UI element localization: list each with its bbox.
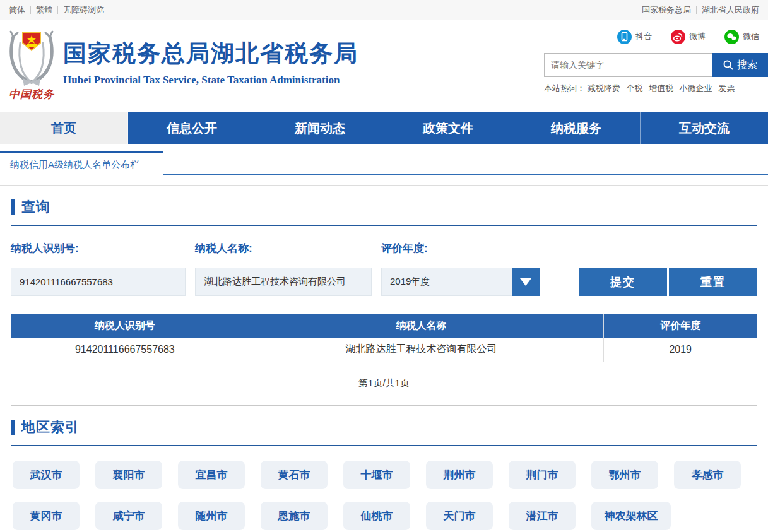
city-button-wuhan[interactable]: 武汉市 (13, 461, 80, 489)
city-button-shennongjia[interactable]: 神农架林区 (591, 502, 671, 530)
select-dropdown-button[interactable] (512, 268, 540, 296)
link-traditional-chinese[interactable]: 繁體 (31, 4, 57, 16)
hot-word-link[interactable]: 增值税 (649, 83, 673, 93)
evaluation-year-selected-value: 2019年度 (381, 268, 512, 296)
query-actions: 提交 重置 (579, 268, 757, 296)
page-subtitle-english: Hubei Provincial Tax Service, State Taxa… (63, 74, 358, 86)
link-state-taxation-administration[interactable]: 国家税务总局 (637, 4, 696, 16)
cell-taxpayer-name: 湖北路达胜工程技术咨询有限公司 (239, 338, 604, 362)
city-button-ezhou[interactable]: 鄂州市 (591, 461, 658, 489)
evaluation-year-select[interactable]: 2019年度 (381, 268, 540, 296)
tab-label: 纳税信用A级纳税人名单公布栏 (10, 159, 139, 171)
taxpayer-id-field-group: 纳税人识别号: (11, 241, 186, 296)
city-button-qianjiang[interactable]: 潜江市 (509, 502, 576, 530)
city-button-yichang[interactable]: 宜昌市 (178, 461, 245, 489)
hot-word-link[interactable]: 发票 (718, 83, 735, 93)
search-button[interactable]: 搜索 (712, 53, 768, 77)
evaluation-year-label: 评价年度: (381, 241, 540, 256)
douyin-link[interactable]: 抖音 (617, 30, 652, 44)
gov-links: 国家税务总局 湖北省人民政府 (637, 4, 764, 16)
region-index-section-header: 地区索引 (11, 418, 757, 446)
douyin-icon (617, 30, 632, 44)
query-form: 纳税人识别号: 纳税人名称: 评价年度: 2019年度 提交 重置 (11, 241, 757, 296)
nav-item-policy-documents[interactable]: 政策文件 (384, 112, 512, 144)
section-accent-bar (11, 199, 15, 215)
top-utility-bar: 简体 繁體 无障碍浏览 国家税务总局 湖北省人民政府 (0, 0, 768, 20)
results-table: 纳税人识别号 纳税人名称 评价年度 914201116667557683 湖北路… (11, 314, 757, 362)
site-title-block: 国家税务总局湖北省税务局 Hubei Provincial Tax Servic… (63, 38, 358, 86)
taxpayer-name-label: 纳税人名称: (195, 241, 372, 256)
taxpayer-id-label: 纳税人识别号: (11, 241, 186, 256)
region-index-section-title: 地区索引 (21, 418, 80, 437)
taxpayer-name-input[interactable] (195, 268, 372, 296)
evaluation-year-field-group: 评价年度: 2019年度 (381, 241, 540, 296)
city-button-xiaogan[interactable]: 孝感市 (674, 461, 741, 489)
query-section-header: 查询 (11, 198, 757, 226)
link-simplified-chinese[interactable]: 简体 (4, 4, 30, 16)
search-input[interactable] (544, 53, 712, 77)
city-button-jingmen[interactable]: 荆门市 (509, 461, 576, 489)
chevron-down-icon (520, 278, 531, 286)
search-icon (723, 60, 733, 70)
table-row: 914201116667557683 湖北路达胜工程技术咨询有限公司 2019 (11, 338, 757, 362)
city-button-enshi[interactable]: 恩施市 (261, 502, 328, 530)
social-links-row: 抖音 微博 微信 (544, 28, 768, 45)
hot-word-link[interactable]: 个税 (626, 83, 642, 93)
city-button-xianning[interactable]: 咸宁市 (95, 502, 162, 530)
hot-words-row: 本站热词： 减税降费 个税 增值税 小微企业 发票 (544, 83, 768, 94)
wechat-link[interactable]: 微信 (724, 30, 759, 44)
site-search: 搜索 (544, 53, 768, 77)
tab-credit-a-taxpayer-list[interactable]: 纳税信用A级纳税人名单公布栏 (0, 151, 163, 177)
main-navigation: 首页 信息公开 新闻动态 政策文件 纳税服务 互动交流 (0, 112, 768, 144)
cell-taxpayer-id: 914201116667557683 (11, 338, 239, 362)
city-button-xiangyang[interactable]: 襄阳市 (95, 461, 162, 489)
table-header-row: 纳税人识别号 纳税人名称 评价年度 (11, 314, 757, 338)
weibo-label: 微博 (689, 31, 706, 42)
query-section-title: 查询 (21, 198, 50, 216)
page-title: 国家税务总局湖北省税务局 (63, 38, 358, 69)
city-button-grid: 武汉市 襄阳市 宜昌市 黄石市 十堰市 荆州市 荆门市 鄂州市 孝感市 黄冈市 … (11, 461, 757, 530)
nav-item-interaction[interactable]: 互动交流 (641, 112, 768, 144)
site-header: 中国税务 国家税务总局湖北省税务局 Hubei Provincial Tax S… (0, 20, 768, 112)
taxpayer-id-input[interactable] (11, 268, 186, 296)
language-links: 简体 繁體 无障碍浏览 (4, 4, 109, 16)
section-accent-bar (11, 420, 15, 435)
hot-word-link[interactable]: 减税降费 (588, 83, 620, 93)
main-content: 查询 纳税人识别号: 纳税人名称: 评价年度: 2019年度 提交 重置 (0, 198, 768, 530)
section-divider (0, 185, 768, 186)
hot-words-label: 本站热词： (544, 83, 585, 93)
reset-button[interactable]: 重置 (669, 268, 757, 296)
nav-item-news[interactable]: 新闻动态 (256, 112, 384, 144)
col-header-evaluation-year: 评价年度 (604, 314, 757, 338)
col-header-taxpayer-name: 纳税人名称 (239, 314, 604, 338)
tax-emblem-icon (4, 25, 59, 87)
subpage-tabstrip: 纳税信用A级纳税人名单公布栏 (0, 151, 768, 175)
cell-evaluation-year: 2019 (604, 338, 757, 362)
taxpayer-name-field-group: 纳税人名称: (195, 241, 372, 296)
search-button-label: 搜索 (737, 59, 757, 72)
nav-item-tax-services[interactable]: 纳税服务 (512, 112, 641, 144)
city-button-huangshi[interactable]: 黄石市 (261, 461, 328, 489)
national-tax-emblem-logo: 中国税务 (3, 25, 61, 102)
pagination-status: 第1页/共1页 (11, 362, 757, 405)
col-header-taxpayer-id: 纳税人识别号 (11, 314, 239, 338)
city-button-suizhou[interactable]: 随州市 (178, 502, 245, 530)
city-button-xiantao[interactable]: 仙桃市 (343, 502, 410, 530)
link-accessibility[interactable]: 无障碍浏览 (58, 4, 109, 16)
city-button-shiyan[interactable]: 十堰市 (343, 461, 410, 489)
submit-button[interactable]: 提交 (579, 268, 667, 296)
wechat-label: 微信 (743, 31, 759, 42)
results-table-container: 纳税人识别号 纳税人名称 评价年度 914201116667557683 湖北路… (11, 314, 757, 406)
nav-item-home[interactable]: 首页 (0, 112, 128, 144)
header-right-panel: 抖音 微博 微信 (544, 28, 768, 94)
city-button-tianmen[interactable]: 天门市 (426, 502, 493, 530)
hot-word-link[interactable]: 小微企业 (680, 83, 712, 93)
nav-item-information-disclosure[interactable]: 信息公开 (128, 112, 256, 144)
city-button-huanggang[interactable]: 黄冈市 (13, 502, 80, 530)
logo-calligraphy-text: 中国税务 (3, 87, 61, 102)
city-button-jingzhou[interactable]: 荆州市 (426, 461, 493, 489)
wechat-icon (724, 30, 739, 44)
weibo-link[interactable]: 微博 (671, 30, 706, 44)
weibo-icon (671, 30, 685, 44)
link-hubei-provincial-government[interactable]: 湖北省人民政府 (697, 4, 764, 16)
